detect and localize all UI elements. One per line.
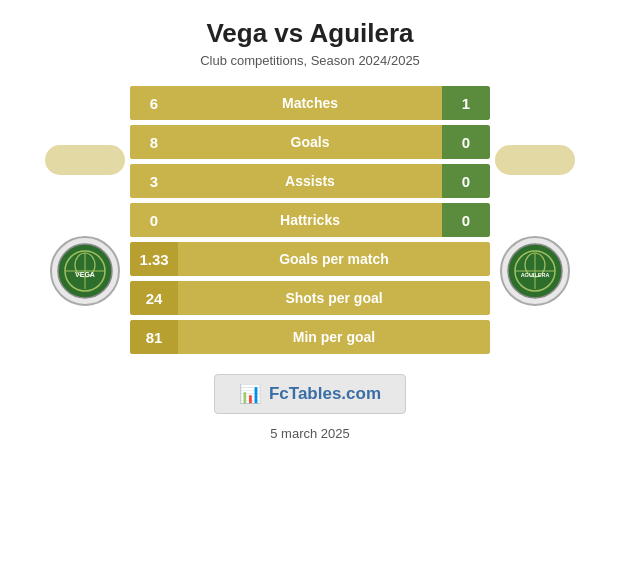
fctables-icon: 📊 (239, 383, 261, 405)
stat-left-val-2: 3 (130, 164, 178, 198)
stat-left-val-6: 81 (130, 320, 178, 354)
stat-row-4: 1.33Goals per match (130, 242, 490, 276)
left-team-badge-svg: VEGA (57, 243, 113, 299)
stat-label-1: Goals (178, 125, 442, 159)
stat-row-3: 0Hattricks0 (130, 203, 490, 237)
right-team-logo: AGUILERA (500, 236, 570, 306)
stat-label-3: Hattricks (178, 203, 442, 237)
page-wrapper: Vega vs Aguilera Club competitions, Seas… (0, 0, 620, 580)
stat-label-2: Assists (178, 164, 442, 198)
stats-table: 6Matches18Goals03Assists00Hattricks01.33… (130, 86, 490, 354)
stat-row-2: 3Assists0 (130, 164, 490, 198)
svg-text:AGUILERA: AGUILERA (521, 272, 550, 278)
left-team-logo: VEGA (50, 236, 120, 306)
logo-right: AGUILERA (490, 135, 580, 306)
stat-row-6: 81Min per goal (130, 320, 490, 354)
stat-right-val-2: 0 (442, 164, 490, 198)
stat-left-val-0: 6 (130, 86, 178, 120)
stat-row-1: 8Goals0 (130, 125, 490, 159)
footer-date: 5 march 2025 (270, 426, 350, 441)
logo-left: VEGA (40, 135, 130, 306)
stat-right-val-0: 1 (442, 86, 490, 120)
right-team-badge-svg: AGUILERA (507, 243, 563, 299)
stat-right-val-3: 0 (442, 203, 490, 237)
stat-left-val-1: 8 (130, 125, 178, 159)
stat-label-6: Min per goal (178, 320, 490, 354)
svg-text:VEGA: VEGA (75, 271, 95, 278)
fctables-text: FcTables.com (269, 384, 381, 404)
stat-row-0: 6Matches1 (130, 86, 490, 120)
page-subtitle: Club competitions, Season 2024/2025 (200, 53, 420, 68)
stat-left-val-3: 0 (130, 203, 178, 237)
stat-left-val-5: 24 (130, 281, 178, 315)
stat-left-val-4: 1.33 (130, 242, 178, 276)
stat-row-5: 24Shots per goal (130, 281, 490, 315)
fctables-banner[interactable]: 📊 FcTables.com (214, 374, 406, 414)
left-badge-bg (45, 145, 125, 175)
right-badge-bg (495, 145, 575, 175)
page-title: Vega vs Aguilera (206, 18, 413, 49)
stat-label-4: Goals per match (178, 242, 490, 276)
stats-area: VEGA 6Matches18Goals03Assists00Hattricks… (0, 86, 620, 354)
stat-label-5: Shots per goal (178, 281, 490, 315)
stat-label-0: Matches (178, 86, 442, 120)
stat-right-val-1: 0 (442, 125, 490, 159)
